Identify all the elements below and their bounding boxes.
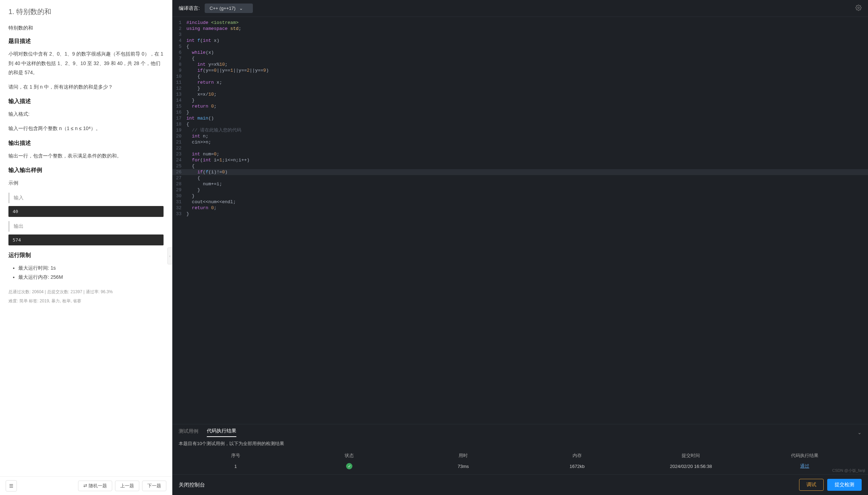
code-content[interactable]: int num=0; xyxy=(186,151,868,157)
table-header: 用时 xyxy=(406,452,520,459)
code-line[interactable]: 31 cout<<num<<endl; xyxy=(172,199,868,205)
close-console-button[interactable]: 关闭控制台 xyxy=(179,482,205,488)
code-content[interactable]: #include <iostream> xyxy=(186,20,868,26)
code-content[interactable]: } xyxy=(186,211,868,217)
code-editor[interactable]: 1#include <iostream>2using namespace std… xyxy=(172,17,868,424)
code-content[interactable]: cout<<num<<endl; xyxy=(186,199,868,205)
code-content[interactable] xyxy=(186,145,868,151)
line-number: 11 xyxy=(172,79,186,85)
results-table: 序号状态用时内存提交时间代码执行结果1✓73ms1672kb2024/02/20… xyxy=(172,450,868,474)
code-content[interactable]: } xyxy=(186,109,868,115)
code-line[interactable]: 16} xyxy=(172,109,868,115)
collapse-handle-icon[interactable]: ‹ xyxy=(167,248,172,264)
code-line[interactable]: 6 while(x) xyxy=(172,50,868,56)
code-content[interactable]: } xyxy=(186,187,868,193)
code-content[interactable]: int main() xyxy=(186,115,868,121)
code-line[interactable]: 8 int y=x%10; xyxy=(172,62,868,68)
code-line[interactable]: 1#include <iostream> xyxy=(172,20,868,26)
language-value: C++ (g++17) xyxy=(210,6,236,11)
debug-button[interactable]: 调试 xyxy=(799,479,824,491)
code-line[interactable]: 10 { xyxy=(172,73,868,79)
code-line[interactable]: 11 return x; xyxy=(172,79,868,85)
code-content[interactable]: } xyxy=(186,85,868,91)
code-content[interactable]: { xyxy=(186,44,868,50)
code-content[interactable]: // 请在此输入您的代码 xyxy=(186,127,868,133)
code-content[interactable]: cin>>n; xyxy=(186,139,868,145)
prev-button[interactable]: 上一题 xyxy=(115,481,139,491)
table-header: 提交时间 xyxy=(634,452,748,459)
language-select[interactable]: C++ (g++17) ⌄ xyxy=(205,4,253,13)
code-line[interactable]: 24 for(int i=1;i<=n;i++) xyxy=(172,157,868,163)
code-line[interactable]: 22 xyxy=(172,145,868,151)
line-number: 24 xyxy=(172,157,186,163)
code-content[interactable] xyxy=(186,32,868,38)
code-content[interactable]: return 0; xyxy=(186,103,868,109)
code-line[interactable]: 4int f(int x) xyxy=(172,38,868,44)
code-line[interactable]: 26 if(f(i)!=0) xyxy=(172,169,868,175)
line-number: 10 xyxy=(172,73,186,79)
code-content[interactable]: { xyxy=(186,163,868,169)
code-line[interactable]: 14 } xyxy=(172,97,868,103)
code-content[interactable]: return 0; xyxy=(186,205,868,211)
code-content[interactable]: num+=i; xyxy=(186,181,868,187)
code-content[interactable]: int n; xyxy=(186,133,868,139)
code-content[interactable]: using namespace std; xyxy=(186,26,868,32)
random-button[interactable]: ⇄ 随机一题 xyxy=(78,481,112,491)
input-p1: 输入格式: xyxy=(8,109,164,119)
stats-line2: 难度: 简单 标签: 2019, 暴力, 枚举, 省赛 xyxy=(8,297,164,304)
code-line[interactable]: 25 { xyxy=(172,163,868,169)
code-line[interactable]: 2using namespace std; xyxy=(172,26,868,32)
submit-button[interactable]: 提交检测 xyxy=(827,479,862,491)
code-content[interactable]: return x; xyxy=(186,79,868,85)
code-line[interactable]: 13 x=x/10; xyxy=(172,91,868,97)
code-line[interactable]: 20 int n; xyxy=(172,133,868,139)
code-line[interactable]: 5{ xyxy=(172,44,868,50)
result-link[interactable]: 通过 xyxy=(748,463,862,469)
code-line[interactable]: 30 } xyxy=(172,193,868,199)
code-content[interactable]: } xyxy=(186,193,868,199)
code-content[interactable]: } xyxy=(186,97,868,103)
code-line[interactable]: 23 int num=0; xyxy=(172,151,868,157)
problem-scroll[interactable]: 1. 特别数的和 特别数的和 题目描述 小明对数位中含有 2、0、1、9 的数字… xyxy=(0,0,172,476)
code-line[interactable]: 9 if(y==0||y==1||y==2||y==9) xyxy=(172,68,868,73)
code-content[interactable]: { xyxy=(186,56,868,62)
code-line[interactable]: 12 } xyxy=(172,85,868,91)
code-content[interactable]: x=x/10; xyxy=(186,91,868,97)
code-line[interactable]: 21 cin>>n; xyxy=(172,139,868,145)
sample-output-box[interactable]: 574 xyxy=(8,234,164,245)
stats-line1: 总通过次数: 20604 | 总提交次数: 21397 | 通过率: 96.3% xyxy=(8,288,164,295)
code-content[interactable]: if(y==0||y==1||y==2||y==9) xyxy=(186,68,868,73)
code-content[interactable]: int y=x%10; xyxy=(186,62,868,68)
code-line[interactable]: 29 } xyxy=(172,187,868,193)
code-line[interactable]: 18{ xyxy=(172,121,868,127)
code-content[interactable]: { xyxy=(186,175,868,181)
code-line[interactable]: 33} xyxy=(172,211,868,217)
list-icon[interactable] xyxy=(6,480,17,491)
next-button[interactable]: 下一题 xyxy=(142,481,166,491)
code-line[interactable]: 19 // 请在此输入您的代码 xyxy=(172,127,868,133)
code-line[interactable]: 15 return 0; xyxy=(172,103,868,109)
gear-icon[interactable] xyxy=(855,5,862,12)
code-line[interactable]: 27 { xyxy=(172,175,868,181)
code-content[interactable]: while(x) xyxy=(186,50,868,56)
tab-results[interactable]: 代码执行结果 xyxy=(207,428,236,437)
code-line[interactable]: 3 xyxy=(172,32,868,38)
code-content[interactable]: { xyxy=(186,121,868,127)
code-content[interactable]: for(int i=1;i<=n;i++) xyxy=(186,157,868,163)
code-content[interactable]: if(f(i)!=0) xyxy=(186,169,868,175)
code-line[interactable]: 17int main() xyxy=(172,115,868,121)
chevron-down-icon: ⌄ xyxy=(239,6,243,11)
code-line[interactable]: 28 num+=i; xyxy=(172,181,868,187)
table-cell: 1 xyxy=(179,464,293,469)
line-number: 27 xyxy=(172,175,186,181)
code-content[interactable]: int f(int x) xyxy=(186,38,868,44)
chevron-down-icon[interactable]: ⌄ xyxy=(857,430,862,435)
sample-input-box[interactable]: 40 xyxy=(8,206,164,217)
line-number: 6 xyxy=(172,50,186,56)
code-content[interactable]: { xyxy=(186,73,868,79)
code-line[interactable]: 32 return 0; xyxy=(172,205,868,211)
line-number: 16 xyxy=(172,109,186,115)
tab-testcases[interactable]: 测试用例 xyxy=(179,428,198,437)
output-p1: 输出一行，包含一个整数，表示满足条件的数的和。 xyxy=(8,151,164,161)
code-line[interactable]: 7 { xyxy=(172,56,868,62)
